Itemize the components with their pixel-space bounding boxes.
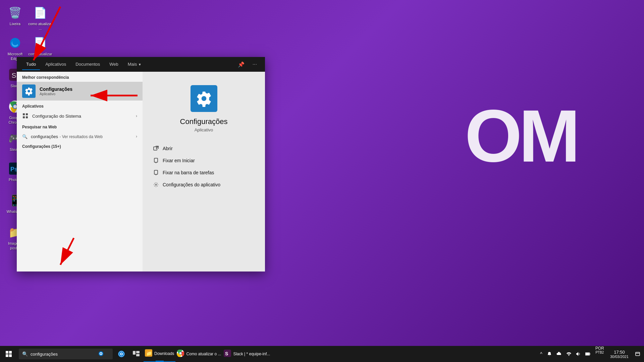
svg-point-5 <box>13 105 17 108</box>
lixeira-icon: 🗑️ <box>7 5 23 21</box>
web-search-item[interactable]: 🔍 configurações - Ver resultados da Web … <box>17 131 143 141</box>
tab-tudo[interactable]: Tudo <box>22 59 40 70</box>
app-large-icon <box>191 85 217 112</box>
action-abrir[interactable]: Abrir <box>153 142 255 155</box>
app-item-config-sistema[interactable]: Configuração do Sistema › <box>17 111 143 121</box>
search-bar-icon: 🔍 <box>22 351 28 357</box>
app-large-name: Configurações <box>180 117 228 126</box>
config-sistema-icon <box>22 113 29 119</box>
abrir-label: Abrir <box>163 146 173 151</box>
cortana-button[interactable] <box>114 346 129 362</box>
como1-label: como atualizar ... <box>28 21 52 31</box>
svg-rect-9 <box>23 116 25 118</box>
tray-volume[interactable] <box>574 346 583 362</box>
svg-rect-10 <box>26 113 28 115</box>
tray-cloud[interactable] <box>554 346 564 362</box>
best-match-icon <box>22 84 36 98</box>
svg-text:S: S <box>225 351 228 356</box>
start-button[interactable] <box>0 346 17 362</box>
svg-rect-34 <box>136 354 140 356</box>
action-config-app[interactable]: Configurações do aplicativo <box>153 179 255 191</box>
clock-date: 30/03/2021 <box>610 355 629 359</box>
action-fixar-iniciar[interactable]: Fixar em Iniciar <box>153 155 255 167</box>
result-count: Configurações (15+) <box>17 141 143 150</box>
svg-rect-22 <box>6 351 8 354</box>
svg-text:S: S <box>12 71 16 79</box>
fixar-tarefas-label: Fixar na barra de tarefas <box>163 170 214 175</box>
svg-rect-24 <box>6 354 8 357</box>
chrome-taskbar-label: Como atualizar o ... <box>186 352 221 356</box>
cortana-circle <box>118 351 125 357</box>
best-match-item[interactable]: Configurações Aplicativo <box>17 82 143 101</box>
svg-rect-45 <box>586 353 589 355</box>
app-large-type: Aplicativo <box>195 127 213 132</box>
svg-point-43 <box>568 355 569 356</box>
svg-point-17 <box>155 184 157 185</box>
best-match-header: Melhor correspondência <box>17 72 143 82</box>
svg-rect-13 <box>154 158 158 162</box>
best-match-info: Configurações Aplicativo <box>40 86 137 96</box>
tab-mais[interactable]: Mais ▼ <box>124 59 146 70</box>
taskbar-search-bar[interactable]: 🔍 <box>19 349 113 359</box>
abrir-icon <box>153 145 159 152</box>
web-search-arrow: › <box>136 134 137 139</box>
svg-rect-15 <box>154 170 158 174</box>
panel-tabs-bar: Tudo Aplicativos Documentos Web Mais ▼ 📌… <box>17 57 265 72</box>
panel-tab-actions: 📌 ··· <box>235 60 260 69</box>
web-search-text: configurações - Ver resultados da Web <box>31 133 103 139</box>
tray-network[interactable] <box>565 346 573 362</box>
tray-notification[interactable] <box>545 346 554 362</box>
fixar-tarefas-icon <box>153 169 159 176</box>
right-panel: Configurações Aplicativo Abrir <box>143 72 265 272</box>
downloads-label: Downloads <box>154 351 174 356</box>
svg-point-31 <box>121 353 122 355</box>
config-sistema-label: Configuração do Sistema <box>32 114 132 119</box>
cortana-orb-icon <box>98 351 104 357</box>
config-app-label: Configurações do aplicativo <box>163 182 220 187</box>
svg-rect-25 <box>9 354 12 357</box>
edge-icon <box>7 35 23 51</box>
panel-content: Melhor correspondência Configurações Apl… <box>17 72 265 272</box>
svg-point-28 <box>100 353 102 354</box>
desktop-icon-lixeira[interactable]: 🗑️ Lixeira <box>2 3 29 27</box>
svg-rect-12 <box>154 147 157 150</box>
taskbar-app-chrome[interactable]: Como atualizar o ... <box>175 346 222 362</box>
best-match-type: Aplicativo <box>40 92 137 96</box>
task-view-button[interactable] <box>129 346 144 362</box>
svg-point-40 <box>179 352 181 354</box>
tray-language[interactable]: POR PTB2 <box>593 346 606 362</box>
svg-rect-11 <box>26 116 28 118</box>
desktop: 🗑️ Lixeira 📄 como atualizar ... Microsof… <box>0 0 644 362</box>
tab-documentos[interactable]: Documentos <box>71 59 104 70</box>
slack-taskbar-label: Slack | * equipe-inf... <box>233 352 270 356</box>
web-search-header: Pesquisar na Web <box>17 121 143 131</box>
svg-rect-23 <box>9 351 12 354</box>
system-tray: ^ POR PTB2 17:50 <box>538 346 644 362</box>
taskbar-chrome-icon <box>177 350 184 359</box>
taskbar: 🔍 📁 Downloads <box>0 346 644 362</box>
desktop-icon-como1[interactable]: 📄 como atualizar ... <box>27 3 54 33</box>
tray-battery[interactable] <box>583 346 593 362</box>
config-app-icon <box>153 181 159 188</box>
taskbar-app-downloads[interactable]: 📁 Downloads <box>144 346 175 362</box>
svg-rect-8 <box>23 113 25 115</box>
panel-more-button[interactable]: ··· <box>250 60 260 69</box>
lixeira-label: Lixeira <box>10 21 20 26</box>
search-bar-input[interactable] <box>31 352 94 357</box>
action-fixar-tarefas[interactable]: Fixar na barra de tarefas <box>153 167 255 179</box>
tab-aplicativos[interactable]: Aplicativos <box>41 59 70 70</box>
panel-pin-button[interactable]: 📌 <box>235 60 247 69</box>
svg-rect-46 <box>636 352 640 356</box>
downloads-icon: 📁 <box>145 349 152 358</box>
left-panel: Melhor correspondência Configurações Apl… <box>17 72 143 272</box>
tray-chevron[interactable]: ^ <box>538 346 544 362</box>
system-clock[interactable]: 17:50 30/03/2021 <box>607 346 632 362</box>
notification-button[interactable] <box>633 346 643 362</box>
best-match-name: Configurações <box>40 86 137 92</box>
tab-web[interactable]: Web <box>105 59 122 70</box>
taskbar-app-slack[interactable]: S Slack | * equipe-inf... <box>222 346 271 362</box>
taskbar-slack-icon: S <box>224 350 231 359</box>
fixar-iniciar-label: Fixar em Iniciar <box>163 158 195 163</box>
aplicativos-header: Aplicativos <box>17 101 143 111</box>
svg-rect-32 <box>133 351 136 355</box>
